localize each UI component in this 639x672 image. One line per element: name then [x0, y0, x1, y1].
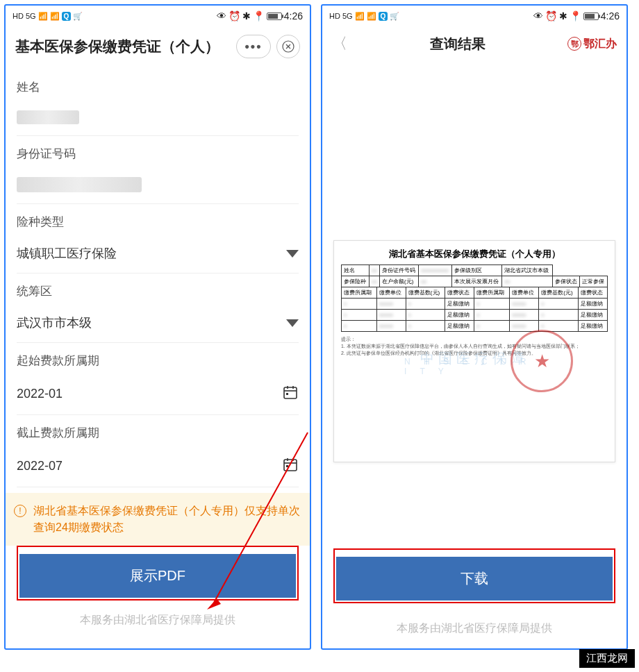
chevron-down-icon — [286, 319, 299, 327]
brand-logo: 鄂鄂汇办 — [567, 37, 617, 51]
download-button[interactable]: 下载 — [336, 557, 613, 600]
back-button[interactable]: 〈 — [332, 33, 347, 54]
phone-right: HD5G📶📶 Q🛒 👁⏰✱📍 4:26 〈 查询结果 鄂鄂汇办 湖北省基本医保参… — [321, 4, 628, 650]
calendar-icon — [282, 456, 299, 476]
status-bar: HD5G📶📶 Q🛒 👁⏰✱📍 4:26 — [6, 6, 310, 26]
page-header: 〈 查询结果 鄂鄂汇办 — [322, 26, 626, 60]
stamp-icon — [511, 330, 573, 392]
type-select[interactable]: 城镇职工医疗保险 — [17, 238, 299, 274]
site-watermark: 江西龙网 — [579, 649, 635, 668]
phone-left: HD5G📶📶 Q🛒 👁⏰✱📍 4:26 基本医保参保缴费凭证（个人） ••• 姓… — [4, 4, 311, 650]
page-header: 基本医保参保缴费凭证（个人） ••• — [6, 26, 310, 67]
start-label: 起始费款所属期 — [17, 353, 299, 369]
region-label: 统筹区 — [17, 283, 299, 299]
notice-banner: ! 湖北省基本医保参保缴费凭证（个人专用）仅支持单次查询24期缴费状态 — [6, 493, 310, 546]
start-date-picker[interactable]: 2022-01 — [17, 377, 299, 415]
pdf-preview: 湖北省基本医保参保缴费凭证（个人专用） 姓名xx 身份证件号码xxxxxxxxx… — [333, 240, 615, 462]
end-date-picker[interactable]: 2022-07 — [17, 449, 299, 487]
svg-rect-5 — [286, 393, 288, 395]
page-title: 基本医保参保缴费凭证（个人） — [15, 37, 219, 56]
info-icon: ! — [14, 505, 26, 517]
id-field — [17, 170, 299, 204]
footer-note: 本服务由湖北省医疗保障局提供 — [17, 600, 299, 640]
end-label: 截止费款所属期 — [17, 425, 299, 441]
type-label: 险种类型 — [17, 214, 299, 230]
highlight-box: 下载 — [333, 548, 615, 603]
name-field — [17, 103, 299, 136]
page-title: 查询结果 — [430, 35, 486, 53]
calendar-icon — [282, 384, 299, 403]
close-button[interactable] — [276, 35, 300, 58]
menu-button[interactable]: ••• — [236, 35, 271, 58]
id-label: 身份证号码 — [17, 146, 299, 162]
footer-note: 本服务由湖北省医疗保障局提供 — [333, 609, 615, 648]
show-pdf-button[interactable]: 展示PDF — [19, 554, 296, 598]
svg-rect-10 — [286, 465, 288, 467]
region-select[interactable]: 武汉市市本级 — [17, 308, 299, 343]
status-time: 4:26 — [601, 10, 620, 22]
status-bar: HD5G📶📶 Q🛒 👁⏰✱📍 4:26 — [322, 6, 626, 26]
svg-rect-1 — [284, 387, 297, 398]
status-time: 4:26 — [284, 10, 303, 22]
chevron-down-icon — [286, 250, 299, 258]
name-label: 姓名 — [17, 79, 299, 95]
highlight-box: 展示PDF — [17, 546, 299, 600]
svg-rect-6 — [284, 460, 297, 471]
